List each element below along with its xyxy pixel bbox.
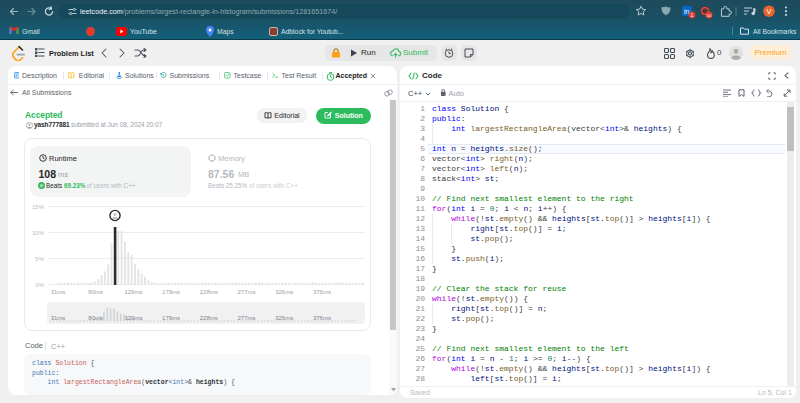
svg-text:277ms: 277ms [237,315,255,321]
svg-text:in: in [684,8,690,15]
svg-text:1: 1 [691,12,694,18]
svg-text:326ms: 326ms [275,315,293,321]
svg-text:0%: 0% [35,282,44,288]
svg-text:50: 50 [707,13,712,18]
svg-text:129ms: 129ms [124,315,142,321]
svg-text:277ms: 277ms [237,289,255,295]
svg-text:228ms: 228ms [200,315,218,321]
svg-text:31ms: 31ms [51,289,66,295]
svg-text:31ms: 31ms [51,315,66,321]
svg-text:80ms: 80ms [88,289,103,295]
svg-text:10%: 10% [32,230,45,236]
svg-text:5%: 5% [35,256,44,262]
svg-text:326ms: 326ms [275,289,293,295]
svg-text:15%: 15% [32,204,45,210]
svg-text:179ms: 179ms [162,315,180,321]
svg-text:376ms: 376ms [313,315,331,321]
svg-text:179ms: 179ms [162,289,180,295]
svg-text:V: V [766,7,771,16]
svg-text:80ms: 80ms [88,315,103,321]
svg-text:129ms: 129ms [124,289,142,295]
svg-text:228ms: 228ms [200,289,218,295]
svg-text:376ms: 376ms [313,289,331,295]
